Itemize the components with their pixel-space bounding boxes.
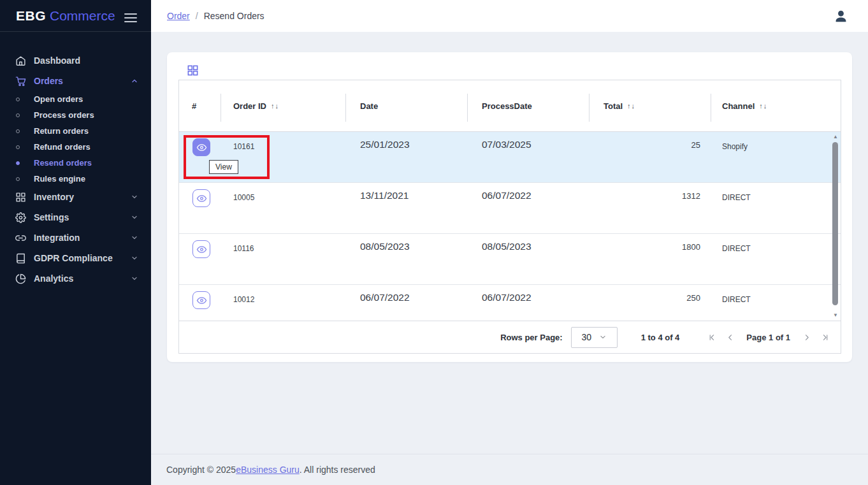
- user-avatar[interactable]: [833, 8, 849, 24]
- chevron-down-icon: [131, 193, 138, 201]
- cell-date: 08/05/2023: [345, 234, 467, 252]
- ebusiness-guru-link[interactable]: eBusiness Guru: [236, 465, 300, 475]
- cell-date: 25/01/2023: [345, 132, 467, 150]
- logo-bar: EBG Commerce: [0, 0, 151, 32]
- scroll-up-arrow-icon[interactable]: ▲: [831, 134, 840, 140]
- orders-card: # Order ID↑↓ Date ProcessDate Total↑↓ Ch…: [167, 52, 852, 362]
- sidebar-item-rules-engine[interactable]: Rules engine: [0, 171, 151, 187]
- last-page-icon: [821, 333, 829, 342]
- header-date: Date: [345, 101, 467, 111]
- sidebar-item-analytics[interactable]: Analytics: [0, 268, 151, 289]
- pagination-bar: Rows per Page: 30 1 to 4 of 4 Page 1 of …: [179, 321, 841, 353]
- sidebar-nav: Dashboard Orders Open orders Process ord…: [0, 32, 151, 289]
- sidebar-item-settings[interactable]: Settings: [0, 207, 151, 228]
- sub-item-label: Refund orders: [34, 142, 90, 152]
- eye-icon: [196, 244, 207, 255]
- header-order-id[interactable]: Order ID↑↓: [221, 101, 345, 111]
- table-body: 10161 25/01/2023 07/03/2025 25 Shopify 1…: [179, 132, 841, 321]
- header-channel[interactable]: Channel↑↓: [711, 101, 841, 111]
- table-scrollbar[interactable]: ▲ ▼: [831, 133, 840, 320]
- orders-submenu: Open orders Process orders Return orders…: [0, 91, 151, 187]
- brand-logo-light: Commerce: [50, 8, 115, 24]
- view-tooltip: View: [209, 160, 238, 174]
- bullet-icon: [16, 161, 20, 165]
- chevron-down-icon: [599, 333, 607, 341]
- cell-channel: DIRECT: [711, 285, 841, 304]
- first-page-button[interactable]: [707, 333, 716, 342]
- row-actions: [179, 285, 221, 309]
- sort-icon[interactable]: ↑↓: [627, 102, 635, 110]
- row-actions: [179, 183, 221, 207]
- header-index: #: [179, 101, 221, 111]
- sub-item-label: Rules engine: [34, 174, 85, 184]
- sidebar-item-orders[interactable]: Orders: [0, 71, 151, 91]
- previous-page-button[interactable]: [726, 333, 735, 342]
- chevron-down-icon: [131, 254, 138, 262]
- person-icon: [833, 8, 849, 24]
- table-row[interactable]: 10005 13/11/2021 06/07/2022 1312 DIRECT: [179, 183, 841, 234]
- grid-icon: [15, 192, 26, 203]
- row-range-label: 1 to 4 of 4: [641, 333, 680, 342]
- sidebar-item-process-orders[interactable]: Process orders: [0, 107, 151, 123]
- hamburger-menu-icon[interactable]: [124, 11, 137, 21]
- sidebar-item-open-orders[interactable]: Open orders: [0, 91, 151, 107]
- cell-order-id: 10005: [221, 183, 345, 202]
- view-order-button[interactable]: [192, 138, 210, 156]
- sidebar-item-inventory[interactable]: Inventory: [0, 187, 151, 207]
- last-page-button[interactable]: [820, 333, 829, 342]
- sort-icon[interactable]: ↑↓: [271, 102, 279, 110]
- sidebar-item-label: Analytics: [34, 273, 73, 284]
- orders-table: # Order ID↑↓ Date ProcessDate Total↑↓ Ch…: [178, 80, 841, 354]
- sidebar-item-label: Dashboard: [34, 55, 80, 66]
- table-row[interactable]: 10161 25/01/2023 07/03/2025 25 Shopify: [179, 132, 841, 183]
- link-icon: [15, 233, 26, 243]
- sub-item-label: Process orders: [34, 110, 94, 120]
- chevron-down-icon: [131, 234, 138, 242]
- scroll-down-arrow-icon[interactable]: ▼: [831, 312, 840, 319]
- page-indicator: Page 1 of 1: [746, 333, 790, 342]
- view-order-button[interactable]: [192, 189, 210, 207]
- column-settings-icon[interactable]: [187, 64, 199, 77]
- sidebar-item-return-orders[interactable]: Return orders: [0, 123, 151, 139]
- bullet-icon: [16, 129, 20, 133]
- sidebar-item-label: Settings: [34, 212, 69, 222]
- bullet-icon: [16, 98, 20, 101]
- breadcrumb-order-link[interactable]: Order: [167, 11, 190, 21]
- next-page-button[interactable]: [802, 333, 811, 342]
- breadcrumb: Order / Resend Orders: [167, 11, 264, 21]
- view-order-button[interactable]: [192, 240, 210, 258]
- sidebar: EBG Commerce Dashboard Orders Open order…: [0, 0, 151, 485]
- pie-chart-icon: [15, 273, 26, 284]
- main-content: # Order ID↑↓ Date ProcessDate Total↑↓ Ch…: [151, 32, 868, 454]
- sidebar-item-dashboard[interactable]: Dashboard: [0, 50, 151, 71]
- sidebar-item-refund-orders[interactable]: Refund orders: [0, 139, 151, 155]
- cell-process-date: 08/05/2023: [467, 234, 589, 252]
- table-row[interactable]: 10116 08/05/2023 08/05/2023 1800 DIRECT: [179, 234, 841, 285]
- eye-icon: [196, 295, 207, 306]
- rows-per-page-select[interactable]: 30: [571, 327, 618, 348]
- rows-per-page-label: Rows per Page:: [500, 333, 563, 342]
- chevron-right-icon: [802, 333, 811, 342]
- sidebar-item-integration[interactable]: Integration: [0, 228, 151, 248]
- header-total[interactable]: Total↑↓: [589, 101, 711, 111]
- view-order-button[interactable]: [192, 291, 210, 309]
- sidebar-item-gdpr-compliance[interactable]: GDPR Compliance: [0, 248, 151, 268]
- chevron-down-icon: [131, 214, 138, 221]
- scrollbar-thumb[interactable]: [832, 142, 838, 305]
- sidebar-item-label: Inventory: [34, 192, 74, 202]
- cell-order-id: 10161: [221, 132, 345, 151]
- cell-total: 250: [589, 285, 711, 303]
- sidebar-item-resend-orders[interactable]: Resend orders: [0, 155, 151, 171]
- page-footer: Copyright © 2025 eBusiness Guru . All ri…: [151, 454, 868, 485]
- gear-icon: [15, 212, 26, 223]
- table-row[interactable]: 10012 06/07/2022 06/07/2022 250 DIRECT: [179, 285, 841, 321]
- rights-text: . All rights reserved: [300, 465, 375, 475]
- sort-icon[interactable]: ↑↓: [759, 102, 767, 110]
- bullet-icon: [16, 177, 20, 181]
- bullet-icon: [16, 113, 20, 117]
- cell-total: 1312: [589, 183, 711, 201]
- sidebar-item-label: Integration: [34, 233, 80, 243]
- cell-channel: DIRECT: [711, 183, 841, 202]
- home-icon: [15, 55, 26, 66]
- chevron-left-icon: [727, 333, 735, 342]
